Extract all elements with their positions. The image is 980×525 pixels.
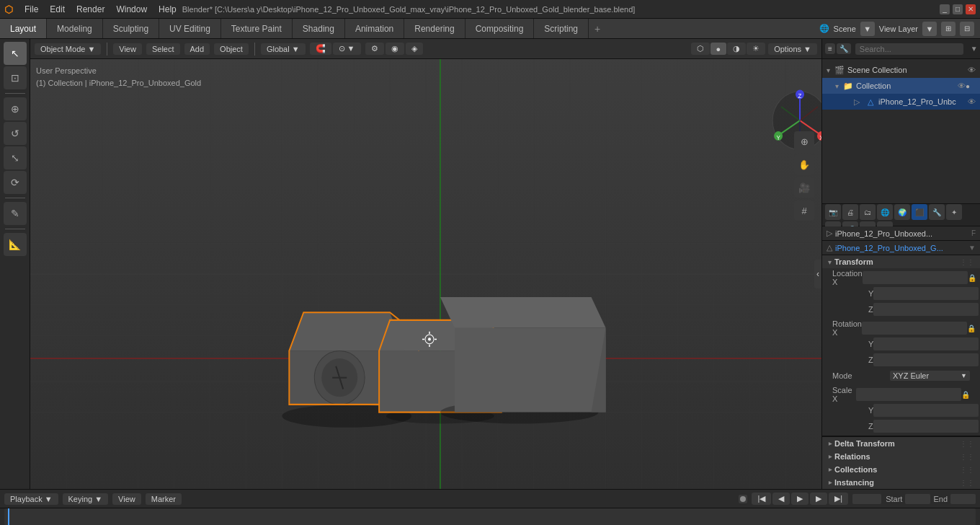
select-menu[interactable]: Select	[146, 43, 180, 55]
engine-icon[interactable]: 🌐	[819, 24, 829, 33]
scale-tool-button[interactable]: ⤡	[4, 146, 27, 169]
location-y-input[interactable]: 0 m	[873, 287, 979, 300]
add-menu[interactable]: Add	[184, 43, 210, 55]
scale-z-input[interactable]: 1.000	[873, 420, 979, 433]
jump-to-start[interactable]: |◀	[752, 493, 771, 505]
scale-y-input[interactable]: 1.000	[873, 404, 979, 417]
rotate-tool-button[interactable]: ↺	[4, 122, 27, 145]
transform-section-header[interactable]: ▾ Transform ⋮⋮	[822, 255, 980, 268]
location-z-input[interactable]: 0 m	[873, 303, 979, 316]
tab-animation[interactable]: Animation	[345, 19, 404, 38]
iphone-object-row[interactable]: ▷ △ iPhone_12_Pro_Unbc 👁	[822, 94, 980, 110]
filter-icon[interactable]: ▼	[968, 43, 980, 54]
object-menu[interactable]: Object	[214, 43, 249, 55]
collection-row[interactable]: ▾ 📁 Collection 👁 ●	[822, 78, 980, 94]
camera-tool[interactable]: 🎥	[794, 177, 814, 198]
collections-header[interactable]: ▾ Collections ⋮⋮	[822, 463, 980, 476]
location-x-lock[interactable]: 🔒	[968, 274, 976, 282]
fake-user-icon[interactable]: F	[971, 229, 976, 237]
scene-collection-row[interactable]: ▾ 🎬 Scene Collection 👁	[822, 62, 980, 78]
properties-icon[interactable]: 🔧	[837, 43, 851, 54]
world-props-icon[interactable]: 🌍	[894, 204, 910, 220]
tab-modeling[interactable]: Modeling	[47, 19, 103, 38]
move-tool-button[interactable]: ⊕	[4, 97, 27, 120]
timeline-strip[interactable]	[0, 508, 980, 525]
annotate-tool-button[interactable]: ✎	[4, 202, 27, 225]
show-xray[interactable]: ◈	[406, 43, 423, 55]
jump-to-end[interactable]: ▶|	[829, 493, 848, 505]
show-overlays[interactable]: ◉	[386, 43, 404, 55]
current-frame-input[interactable]: 1	[852, 494, 881, 504]
tab-compositing[interactable]: Compositing	[466, 19, 535, 38]
menu-window[interactable]: Window	[110, 3, 153, 16]
tab-rendering[interactable]: Rendering	[404, 19, 465, 38]
rotation-y-input[interactable]: 0°	[873, 338, 979, 350]
view-menu[interactable]: View	[113, 43, 142, 55]
scale-x-lock[interactable]: 🔒	[961, 391, 970, 399]
options-dropdown[interactable]: Options ▼	[768, 43, 817, 55]
zoom-tool[interactable]: ⊕	[794, 131, 814, 151]
tab-layout[interactable]: Layout	[0, 19, 47, 38]
tab-scripting[interactable]: Scripting	[534, 19, 589, 38]
render-props-icon[interactable]: 📷	[825, 204, 841, 220]
box-select-button[interactable]: ⊡	[4, 66, 27, 89]
modifier-props-icon[interactable]: 🔧	[929, 204, 945, 220]
start-frame-input[interactable]: 1	[905, 494, 930, 504]
tab-sculpting[interactable]: Sculpting	[103, 19, 159, 38]
menu-edit[interactable]: Edit	[44, 3, 71, 16]
outliner-search[interactable]	[855, 43, 963, 55]
menu-render[interactable]: Render	[71, 3, 110, 16]
grid-tool[interactable]: #	[794, 200, 814, 221]
maximize-button[interactable]: □	[953, 4, 963, 14]
view-layer-props-icon[interactable]: 🗂	[860, 204, 876, 220]
particles-props-icon[interactable]: ✦	[946, 204, 962, 220]
scene-visibility-toggle[interactable]: 👁	[968, 66, 976, 74]
snap-icon[interactable]: 🧲	[310, 43, 331, 55]
panel-collapse-handle[interactable]: ‹	[814, 260, 821, 288]
delta-transform-header[interactable]: ▾ Delta Transform ⋮⋮	[822, 436, 980, 450]
object-props-icon[interactable]: ⬛	[912, 204, 927, 220]
collection-visibility-toggle[interactable]: 👁	[958, 81, 966, 90]
rotation-z-input[interactable]: 90°	[873, 353, 979, 366]
show-gizmo[interactable]: ⚙	[365, 43, 384, 55]
marker-menu[interactable]: Marker	[146, 493, 182, 505]
scale-x-input[interactable]: 1.000	[856, 388, 961, 401]
end-frame-input[interactable]: 250	[950, 494, 976, 504]
instancing-header[interactable]: ▾ Instancing ⋮⋮	[822, 476, 980, 489]
object-mode-dropdown[interactable]: Object Mode ▼	[35, 43, 101, 55]
object-visibility-toggle[interactable]: 👁	[968, 97, 976, 106]
rotation-x-lock[interactable]: 🔒	[967, 325, 976, 332]
rotation-mode-dropdown[interactable]: XYZ Euler ▼	[890, 371, 970, 381]
menu-help[interactable]: Help	[153, 3, 182, 16]
tab-uv-editing[interactable]: UV Editing	[159, 19, 221, 38]
scene-props-icon[interactable]: 🌐	[877, 204, 893, 220]
timeline-track[interactable]	[4, 508, 976, 525]
tab-texture-paint[interactable]: Texture Paint	[221, 19, 293, 38]
keying-menu[interactable]: Keying ▼	[63, 493, 109, 505]
view-menu-timeline[interactable]: View	[112, 493, 141, 505]
location-x-input[interactable]: 0 m	[863, 271, 968, 284]
relations-header[interactable]: ▾ Relations ⋮⋮	[822, 450, 980, 463]
collection-render-toggle[interactable]: ●	[966, 82, 976, 90]
measure-tool-button[interactable]: 📐	[4, 233, 27, 256]
rotation-x-input[interactable]: 0°	[862, 322, 967, 335]
play-button[interactable]: ▶	[791, 493, 808, 505]
menu-file[interactable]: File	[19, 3, 44, 16]
output-props-icon[interactable]: 🖨	[842, 204, 858, 220]
material-shading[interactable]: ◑	[727, 43, 746, 55]
transform-tool-button[interactable]: ⟳	[4, 171, 27, 194]
wireframe-shading[interactable]: ⬡	[691, 43, 710, 55]
properties-toggle[interactable]: ⊟	[960, 22, 974, 36]
solid-shading[interactable]: ●	[710, 43, 727, 55]
outliner-toggle[interactable]: ⊞	[941, 22, 956, 36]
proportional-edit[interactable]: ⊙ ▼	[333, 43, 361, 55]
render-shading[interactable]: ☀	[747, 43, 765, 55]
minimize-button[interactable]: _	[940, 4, 950, 14]
view-layer-expand[interactable]: ▼	[922, 22, 937, 36]
data-expand-icon[interactable]: ▼	[968, 244, 976, 252]
viewport-canvas[interactable]: Z X Y User Perspective	[30, 59, 821, 489]
outliner-icon[interactable]: ≡	[825, 43, 835, 54]
prev-frame[interactable]: ◀	[772, 493, 790, 505]
scene-expand[interactable]: ▼	[860, 22, 875, 36]
next-frame[interactable]: ▶	[810, 493, 827, 505]
